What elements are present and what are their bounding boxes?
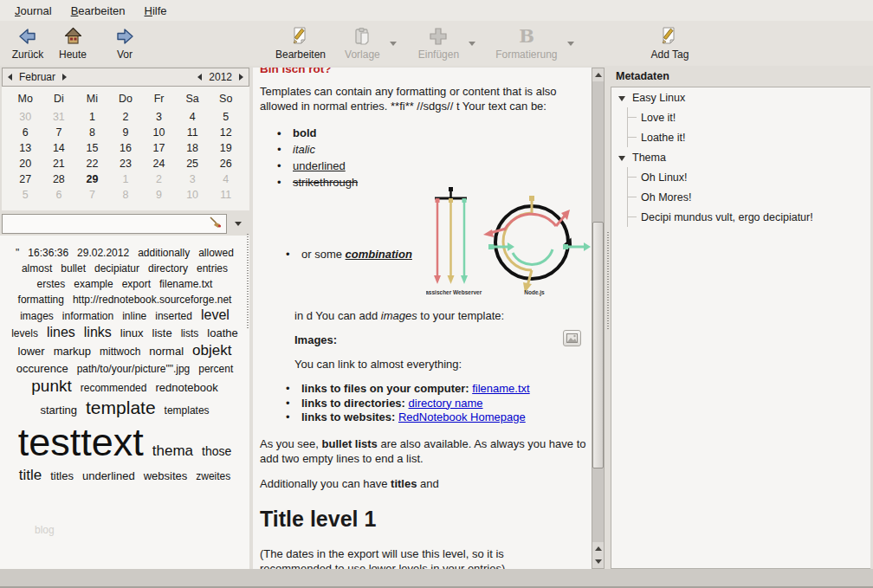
cloud-word[interactable]: directory: [148, 262, 188, 275]
calendar-day[interactable]: 8: [75, 126, 109, 139]
cloud-word[interactable]: images: [20, 310, 54, 322]
image-placeholder-button[interactable]: [563, 330, 581, 346]
calendar-day[interactable]: 20: [9, 157, 42, 171]
calendar-day[interactable]: 4: [209, 172, 242, 186]
calendar-day[interactable]: 8: [109, 188, 143, 202]
cloud-word[interactable]: normal: [149, 345, 184, 358]
next-month-arrow-icon[interactable]: [62, 74, 67, 81]
cloud-word[interactable]: path/to/your/picture"".jpg: [77, 363, 191, 375]
pane-splitter-left[interactable]: [247, 234, 249, 329]
cloud-word[interactable]: liste: [152, 326, 172, 339]
calendar-day[interactable]: 1: [75, 110, 109, 124]
cloud-word[interactable]: occurence: [16, 362, 68, 375]
cloud-word[interactable]: 29.02.2012: [77, 247, 129, 259]
search-combo-chevron-down-icon[interactable]: [227, 214, 249, 234]
calendar-day[interactable]: 11: [209, 188, 242, 202]
menu-bearbeiten[interactable]: Bearbeiten: [63, 2, 133, 20]
scrollbar-thumb[interactable]: [592, 222, 604, 468]
search-input[interactable]: [2, 214, 227, 234]
calendar-day[interactable]: 30: [9, 110, 42, 124]
cloud-word[interactable]: websites: [144, 469, 188, 482]
format-dropdown-arrow[interactable]: [563, 23, 579, 64]
calendar-day[interactable]: 25: [176, 157, 210, 171]
edit-button[interactable]: Bearbeiten: [270, 23, 331, 64]
cloud-word[interactable]: linux: [120, 326, 144, 339]
website-link[interactable]: RedNotebook Homepage: [398, 410, 526, 423]
calendar-day[interactable]: 9: [109, 126, 143, 139]
back-button[interactable]: Zurück: [5, 23, 50, 64]
calendar-day[interactable]: 10: [142, 126, 176, 139]
expander-arrow-icon[interactable]: [618, 94, 627, 102]
cloud-word[interactable]: testtext: [18, 420, 144, 465]
cloud-word[interactable]: additionally: [138, 247, 190, 259]
cloud-word[interactable]: levels: [11, 327, 38, 339]
calendar-day[interactable]: 23: [109, 157, 143, 171]
forward-button[interactable]: Vor: [102, 23, 147, 64]
cloud-word[interactable]: erstes: [37, 278, 66, 290]
cloud-word[interactable]: formatting: [18, 294, 64, 306]
cloud-word[interactable]: template: [86, 397, 156, 418]
cloud-word[interactable]: punkt: [31, 377, 71, 396]
cloud-word[interactable]: underlined: [82, 469, 135, 482]
tree-leaf[interactable]: Loathe it!: [611, 127, 870, 147]
calendar-day[interactable]: 2: [142, 172, 176, 186]
calendar-day[interactable]: 10: [176, 188, 210, 202]
cloud-word[interactable]: recommended: [81, 382, 147, 394]
scroll-down-arrow[interactable]: [592, 555, 604, 568]
calendar-day[interactable]: 5: [209, 110, 242, 124]
cloud-word[interactable]: lower: [18, 345, 45, 358]
template-button[interactable]: Vorlage: [340, 23, 385, 64]
clear-search-broom-icon[interactable]: [208, 216, 223, 232]
cloud-word[interactable]: ": [16, 247, 19, 259]
calendar-day[interactable]: 27: [9, 172, 42, 186]
cloud-word[interactable]: 16:36:36: [28, 247, 68, 259]
calendar-day[interactable]: 31: [42, 110, 76, 124]
calendar-day[interactable]: 18: [176, 141, 210, 155]
cloud-word[interactable]: those: [202, 444, 231, 458]
tree-node[interactable]: Easy Linux: [611, 87, 870, 107]
calendar-day[interactable]: 7: [75, 188, 109, 202]
calendar-day[interactable]: 24: [142, 157, 176, 171]
cloud-word[interactable]: zweites: [196, 470, 230, 482]
menu-journal[interactable]: Journal: [7, 2, 60, 20]
scroll-up-arrow[interactable]: [592, 542, 604, 555]
calendar-day[interactable]: 6: [42, 188, 76, 202]
next-year-arrow-icon[interactable]: [239, 74, 243, 81]
calendar-day[interactable]: 11: [176, 126, 210, 139]
calendar-day[interactable]: 9: [142, 188, 176, 202]
calendar-day-selected[interactable]: 29: [75, 172, 109, 186]
calendar-day[interactable]: 7: [42, 126, 76, 139]
calendar-day[interactable]: 19: [209, 141, 242, 155]
cloud-word[interactable]: bullet: [61, 262, 86, 275]
cloud-word[interactable]: markup: [54, 345, 91, 358]
cloud-word[interactable]: objekt: [192, 342, 231, 359]
directory-link[interactable]: directory name: [409, 397, 483, 410]
calendar-day[interactable]: 22: [75, 157, 109, 171]
cloud-word[interactable]: mittwoch: [100, 346, 140, 358]
calendar-day[interactable]: 28: [42, 172, 76, 186]
add-tag-button[interactable]: Add Tag: [646, 23, 695, 64]
cloud-word[interactable]: inline: [122, 310, 146, 322]
calendar-day[interactable]: 2: [109, 110, 143, 124]
cloud-word[interactable]: loathe: [207, 326, 237, 339]
file-link[interactable]: filename.txt: [472, 382, 529, 395]
insert-dropdown-arrow[interactable]: [464, 23, 480, 64]
tag-cloud-faint-word[interactable]: blog: [35, 524, 55, 536]
cloud-word[interactable]: lists: [181, 327, 199, 339]
entry-preview[interactable]: Bin isch rot? Templates can contain any …: [253, 68, 592, 569]
cloud-word[interactable]: http://rednotebook.sourceforge.net: [73, 294, 231, 306]
tree-leaf[interactable]: Love it!: [611, 107, 870, 127]
template-dropdown-arrow[interactable]: [385, 23, 401, 64]
editor-scrollbar[interactable]: [592, 68, 605, 569]
pane-splitter-right[interactable]: [607, 232, 609, 329]
prev-month-arrow-icon[interactable]: [8, 74, 12, 81]
cloud-word[interactable]: filename.txt: [159, 278, 212, 290]
calendar-day[interactable]: 6: [9, 126, 42, 139]
insert-button[interactable]: Einfügen: [413, 23, 464, 64]
tree-leaf[interactable]: Oh Mores!: [611, 187, 870, 207]
calendar-day[interactable]: 17: [142, 141, 176, 155]
cloud-word[interactable]: allowed: [198, 247, 234, 259]
cloud-word[interactable]: lines: [47, 325, 75, 340]
cloud-word[interactable]: information: [62, 310, 113, 322]
cloud-word[interactable]: percent: [198, 363, 233, 375]
